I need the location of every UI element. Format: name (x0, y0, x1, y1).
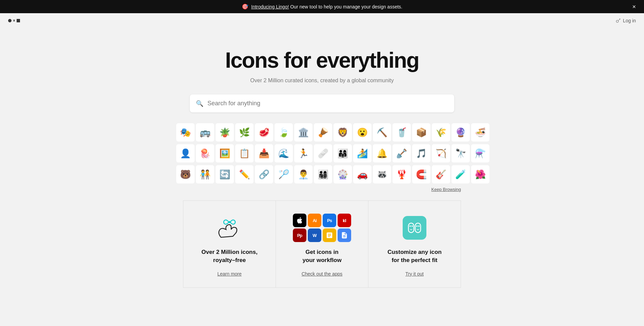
list-item[interactable]: 🔗 (255, 165, 273, 183)
list-item[interactable]: 🩹 (314, 144, 332, 162)
list-item[interactable]: 🦝 (373, 165, 391, 183)
list-item[interactable]: 🔮 (451, 123, 470, 142)
list-item[interactable]: ⚗️ (471, 144, 489, 162)
list-item[interactable]: 🏹 (432, 144, 450, 162)
list-item[interactable]: 📋 (235, 144, 254, 162)
list-item[interactable]: 😮 (353, 123, 371, 142)
word-icon: W (308, 229, 321, 242)
docs-svg (341, 232, 348, 239)
royalty-free-title: Over 2 Million icons, royalty–free (201, 248, 257, 264)
royalty-free-icon-area (214, 214, 245, 241)
list-item[interactable]: 🦞 (393, 165, 411, 183)
list-item[interactable]: 🧲 (412, 165, 430, 183)
list-item[interactable]: 🏛️ (294, 123, 313, 142)
list-item[interactable]: 👨‍👩‍👧‍👦 (314, 165, 332, 183)
list-item[interactable]: 🚗 (353, 165, 371, 183)
list-item[interactable]: 🖼️ (216, 144, 234, 162)
site-logo[interactable]: × (8, 18, 20, 23)
list-item[interactable]: 🍜 (471, 123, 489, 142)
list-item[interactable]: 🌺 (471, 165, 489, 183)
logo-square (17, 19, 20, 22)
list-item[interactable]: 🌊 (275, 144, 293, 162)
list-item[interactable]: 📥 (255, 144, 273, 162)
svg-point-7 (418, 225, 420, 227)
learn-more-link[interactable]: Learn more (217, 271, 242, 277)
list-item[interactable]: 🌾 (432, 123, 450, 142)
keep-browsing-link[interactable]: Keep Browsing (431, 187, 461, 192)
icon-grid-row2: 👤 🪼 🖼️ 📋 📥 🌊 🏃 🩹 👨‍👩‍👧 🏄 🔔 🪏 🎵 🏹 🔭 ⚗️ (176, 144, 468, 162)
list-item[interactable]: 👨‍👩‍👧 (334, 144, 352, 162)
app-icons-grid: Ai Ps Id Pp W (293, 214, 351, 242)
feature-card-customize: Customize any icon for the perfect fit T… (368, 200, 461, 288)
list-item[interactable]: 🥤 (393, 123, 411, 142)
hero-title: Icons for everything (7, 48, 637, 72)
list-item[interactable]: 🏸 (275, 165, 293, 183)
check-apps-link[interactable]: Check out the apps (302, 271, 343, 277)
list-item[interactable]: 🚌 (196, 123, 214, 142)
workflow-title: Get icons in your workflow (302, 248, 341, 264)
customize-title: Customize any icon for the perfect fit (387, 248, 442, 264)
list-item[interactable]: 🎸 (432, 165, 450, 183)
hero-subtitle: Over 2 Million curated icons, created by… (7, 78, 637, 84)
svg-point-0 (616, 20, 619, 23)
editor-face-icon (407, 220, 422, 235)
icon-grid-row3: 🐻 🧑‍🤝‍🧑 🔄 ✏️ 🔗 🏸 👨‍💼 👨‍👩‍👧‍👦 🎡 🚗 🦝 🦞 🧲 🎸… (176, 165, 468, 183)
list-item[interactable]: 🦁 (334, 123, 352, 142)
apple-logo (296, 217, 303, 224)
list-item[interactable]: 🏄 (353, 144, 371, 162)
hand-infinity-icon (214, 215, 245, 241)
list-item[interactable]: 🔄 (216, 165, 234, 183)
list-item[interactable]: 🔔 (373, 144, 391, 162)
list-item[interactable]: 👤 (176, 144, 195, 162)
banner-link[interactable]: Introducing Lingo! (251, 4, 289, 9)
customize-icon-area (403, 214, 426, 241)
list-item[interactable]: 🎵 (412, 144, 430, 162)
list-item[interactable]: ✏️ (235, 165, 254, 183)
indesign-icon: Id (338, 214, 351, 227)
docs-icon (338, 229, 351, 242)
list-item[interactable]: 🎭 (176, 123, 195, 142)
list-item[interactable]: 🧑‍🤝‍🧑 (196, 165, 214, 183)
list-item[interactable]: 🐻 (176, 165, 195, 183)
illustrator-icon: Ai (308, 214, 321, 227)
list-item[interactable]: 🪘 (314, 123, 332, 142)
list-item[interactable]: 🌿 (235, 123, 254, 142)
banner-close-button[interactable]: × (632, 3, 636, 10)
try-it-out-link[interactable]: Try it out (405, 271, 424, 277)
feature-card-workflow: Ai Ps Id Pp W (276, 200, 368, 288)
banner-text: Introducing Lingo! Our new tool to help … (251, 4, 402, 9)
list-item[interactable]: 🪴 (216, 123, 234, 142)
search-container: 🔍 (190, 94, 454, 112)
keep-browsing-row: Keep Browsing (176, 186, 468, 192)
photoshop-icon: Ps (323, 214, 336, 227)
list-item[interactable]: 📦 (412, 123, 430, 142)
list-item[interactable]: 🪏 (393, 144, 411, 162)
list-item[interactable]: 👨‍💼 (294, 165, 313, 183)
announcement-banner: 🎯 Introducing Lingo! Our new tool to hel… (0, 0, 644, 13)
navbar: × Log in (0, 13, 644, 28)
list-item[interactable]: 🥩 (255, 123, 273, 142)
svg-point-6 (416, 225, 418, 227)
search-input[interactable] (190, 94, 454, 112)
list-item[interactable]: 🔭 (451, 144, 470, 162)
sheets-svg (326, 232, 333, 239)
svg-point-5 (411, 225, 413, 227)
key-icon (616, 18, 621, 23)
workflow-icon-area: Ai Ps Id Pp W (293, 214, 351, 241)
list-item[interactable]: 🧪 (451, 165, 470, 183)
icon-grid-wrapper: 🎭 🚌 🪴 🌿 🥩 🍃 🏛️ 🪘 🦁 😮 ⛏️ 🥤 📦 🌾 🔮 🍜 👤 🪼 🖼️… (169, 123, 475, 288)
lingo-icon: 🎯 (242, 3, 248, 10)
logo-x: × (13, 18, 15, 23)
noun-editor-icon (403, 216, 426, 240)
list-item[interactable]: ⛏️ (373, 123, 391, 142)
search-icon: 🔍 (196, 100, 203, 107)
list-item[interactable]: 🏃 (294, 144, 313, 162)
list-item[interactable]: 🎡 (334, 165, 352, 183)
login-link[interactable]: Log in (616, 18, 636, 23)
list-item[interactable]: 🪼 (196, 144, 214, 162)
apple-icon (293, 214, 306, 227)
banner-suffix: Our new tool to help you manage your des… (290, 4, 402, 9)
powerpoint-icon: Pp (293, 229, 306, 242)
list-item[interactable]: 🍃 (275, 123, 293, 142)
svg-rect-2 (408, 223, 414, 233)
